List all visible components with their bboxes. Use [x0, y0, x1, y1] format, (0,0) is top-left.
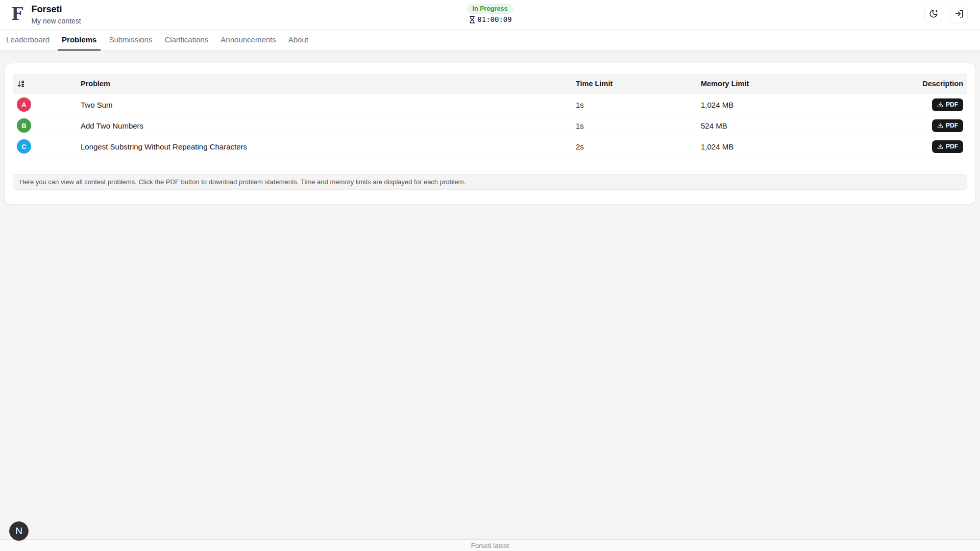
problem-title: Two Sum — [77, 101, 572, 109]
info-note: Here you can view all contest problems. … — [13, 174, 967, 190]
table-row: B Add Two Numbers 1s 524 MB PDF — [13, 115, 967, 136]
app-header: F Forseti My new contest In Progress 01:… — [0, 0, 980, 29]
arrow-down-a-z-icon[interactable] — [17, 80, 25, 88]
footer-version-text: Forseti latest — [471, 542, 509, 549]
timer-value: 01:00:09 — [477, 15, 511, 23]
download-icon — [937, 122, 943, 129]
problem-letter-badge: C — [17, 139, 31, 154]
pdf-download-button[interactable]: PDF — [932, 98, 963, 111]
table-row: C Longest Substring Without Repeating Ch… — [13, 136, 967, 157]
header-actions — [924, 6, 968, 23]
problem-time-limit: 2s — [572, 142, 697, 151]
contest-app-title: Forseti — [31, 4, 81, 15]
column-header-time-limit: Time Limit — [572, 80, 697, 88]
status-badge: In Progress — [467, 4, 513, 14]
main-content: Problem Time Limit Memory Limit Descript… — [0, 51, 980, 539]
contest-timer: 01:00:09 — [468, 15, 511, 23]
nav-tabs: LeaderboardProblemsSubmissionsClarificat… — [0, 29, 980, 51]
pdf-button-label: PDF — [946, 101, 958, 108]
log-in-icon — [954, 9, 964, 20]
column-header-memory-limit: Memory Limit — [697, 80, 865, 88]
problem-letter-badge: A — [17, 97, 31, 112]
table-header-row: Problem Time Limit Memory Limit Descript… — [13, 73, 967, 94]
problem-time-limit: 1s — [572, 121, 697, 130]
contest-name: My new contest — [31, 17, 81, 25]
pdf-button-label: PDF — [946, 143, 958, 150]
tab-announcements[interactable]: Announcements — [216, 30, 280, 51]
tab-submissions[interactable]: Submissions — [105, 30, 156, 51]
download-icon — [937, 143, 943, 149]
problem-memory-limit: 524 MB — [697, 121, 865, 130]
contest-status: In Progress 01:00:09 — [467, 4, 513, 23]
pdf-download-button[interactable]: PDF — [932, 140, 963, 153]
problem-memory-limit: 1,024 MB — [697, 142, 865, 151]
tab-clarifications[interactable]: Clarifications — [160, 30, 212, 51]
brand: F Forseti My new contest — [11, 4, 81, 25]
moon-star-icon — [929, 9, 938, 20]
column-header-description: Description — [865, 80, 967, 88]
problem-letter-badge: B — [17, 118, 31, 133]
problems-card: Problem Time Limit Memory Limit Descript… — [4, 63, 976, 205]
problem-title: Longest Substring Without Repeating Char… — [77, 142, 572, 151]
table-row: A Two Sum 1s 1,024 MB PDF — [13, 94, 967, 115]
pdf-download-button[interactable]: PDF — [932, 119, 963, 132]
problem-title: Add Two Numbers — [77, 121, 572, 130]
pdf-button-label: PDF — [946, 122, 958, 129]
hourglass-icon — [468, 16, 476, 23]
tab-leaderboard[interactable]: Leaderboard — [2, 30, 54, 51]
app-footer: Forseti latest — [0, 539, 980, 551]
nextjs-dev-badge[interactable]: N — [9, 521, 29, 541]
tab-problems[interactable]: Problems — [58, 30, 101, 51]
table-body: A Two Sum 1s 1,024 MB PDF B Add Two Numb… — [13, 94, 967, 157]
tab-about[interactable]: About — [284, 30, 312, 51]
problem-time-limit: 1s — [572, 101, 697, 109]
download-icon — [937, 102, 943, 108]
problem-memory-limit: 1,024 MB — [697, 101, 865, 109]
theme-toggle-button[interactable] — [924, 6, 942, 23]
sign-in-button[interactable] — [950, 6, 968, 23]
forseti-logo: F — [11, 6, 23, 22]
column-header-problem: Problem — [77, 80, 572, 88]
